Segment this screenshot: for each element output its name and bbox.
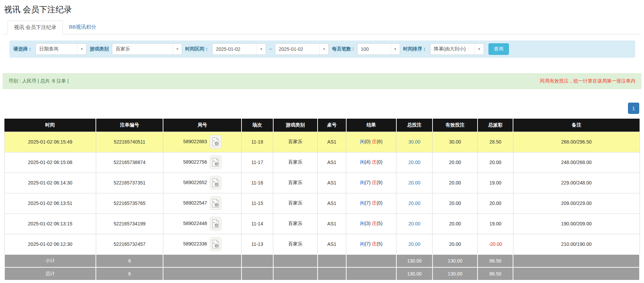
cell-table-no: AS1 [318, 234, 346, 254]
cell-payout: 19.00 [478, 173, 513, 193]
footer-cell-0: 小计 [4, 254, 96, 267]
total-bet-link[interactable]: 20.00 [408, 160, 420, 165]
cell-time: 2025-01-02 06:15:49 [4, 132, 96, 152]
page-1-button[interactable]: 1 [628, 103, 639, 114]
game-type-select[interactable]: 百家乐 ▼ [112, 43, 182, 55]
video-replay-button[interactable] [210, 176, 221, 190]
column-header-0: 时间 [4, 119, 96, 132]
player-result-label: 闲 [360, 139, 365, 144]
cell-valid-bet: 30.00 [433, 132, 478, 152]
valid-bet-notice: 同局有效投注，统一计算在该局第一张注单内 [540, 78, 635, 84]
player-result-label: 闲 [360, 180, 365, 185]
date-from-select[interactable]: 2025-01-02 ▼ [212, 43, 266, 55]
cell-total-bet: 20.00 [396, 234, 433, 254]
cell-time: 2025-01-02 06:13:15 [4, 213, 96, 234]
cell-round-id: 589022336 [163, 234, 241, 254]
query-type-select[interactable]: 日期查询 ▼ [35, 43, 87, 55]
video-file-icon [212, 158, 219, 167]
round-id: 589022336 [183, 241, 207, 246]
cell-remark: 248.00/268.00 [513, 152, 640, 173]
cell-bet-id: 522165738874 [96, 152, 163, 173]
cell-table-no: AS1 [318, 132, 346, 152]
date-to-select[interactable]: 2025-01-02 ▼ [275, 43, 329, 55]
cell-remark: 268.00/296.50 [513, 132, 640, 152]
time-range-label: 时间区间： [185, 46, 209, 52]
cell-session: 11-15 [241, 193, 273, 213]
footer-cell-10 [513, 254, 640, 267]
video-file-icon [212, 219, 219, 228]
page-size-select[interactable]: 100 ▼ [357, 43, 400, 55]
footer-cell-9: 86.50 [478, 267, 513, 280]
cell-round-id: 589022448 [163, 213, 241, 234]
total-bet-link[interactable]: 20.00 [408, 241, 420, 247]
cell-bet-id: 522165734199 [96, 213, 163, 234]
footer-cell-6 [346, 254, 396, 267]
cell-payout: -20.00 [478, 234, 513, 254]
footer-cell-9: 86.50 [478, 254, 513, 267]
chevron-down-icon: ▼ [173, 44, 182, 55]
cell-result: 闲(7) 庄(5) [346, 234, 396, 254]
page-title: 视讯 会员下注纪录 [4, 4, 641, 15]
round-id: 589022652 [183, 180, 207, 185]
footer-cell-7: 130.00 [396, 254, 433, 267]
cell-bet-id: 522165732457 [96, 234, 163, 254]
video-replay-button[interactable] [210, 237, 221, 251]
tab-video-bet-records[interactable]: 视讯 会员下注纪录 [8, 20, 63, 34]
cell-total-bet: 30.00 [396, 132, 433, 152]
summary-bar: 币别 : 人民币 | 总共 :6 注单 | 同局有效投注，统一计算在该局第一张注… [3, 73, 641, 89]
footer-cell-0: 总计 [4, 267, 96, 280]
column-header-10: 备注 [513, 119, 640, 132]
search-button[interactable]: 查询 [488, 43, 509, 55]
cell-result: 闲(7) 庄(9) [346, 173, 396, 193]
footer-cell-1: 6 [96, 254, 163, 267]
cell-payout: 19.00 [478, 213, 513, 234]
footer-cell-4 [273, 267, 318, 280]
video-replay-button[interactable] [210, 217, 221, 230]
banker-result-label: 庄 [372, 139, 377, 144]
chevron-down-icon: ▼ [474, 44, 484, 55]
footer-cell-2 [163, 267, 241, 280]
cell-time: 2025-01-02 06:14:30 [4, 173, 96, 193]
footer-cell-7: 130.00 [396, 267, 433, 280]
column-header-2: 局号 [163, 119, 241, 132]
video-replay-button[interactable] [210, 135, 221, 149]
cell-game-type: 百家乐 [273, 213, 318, 234]
video-replay-button[interactable] [210, 155, 221, 169]
video-file-icon [212, 199, 219, 208]
video-file-icon [212, 240, 219, 249]
footer-cell-10 [513, 267, 640, 280]
time-sort-select[interactable]: 降幂(由大到小) ▼ [430, 43, 484, 55]
cell-table-no: AS1 [318, 173, 346, 193]
column-header-5: 桌号 [318, 119, 346, 132]
player-result-label: 闲 [360, 200, 365, 206]
total-bet-link[interactable]: 30.00 [408, 139, 420, 145]
tab-bb-video-points[interactable]: BB视讯积分 [63, 20, 102, 34]
chevron-down-icon: ▼ [391, 44, 400, 55]
cell-valid-bet: 20.00 [433, 173, 478, 193]
footer-cell-5 [318, 254, 346, 267]
time-sort-value: 降幂(由大到小) [434, 46, 466, 52]
cell-round-id: 589022756 [163, 152, 241, 173]
total-bet-link[interactable]: 20.00 [408, 221, 420, 226]
cell-session: 11-14 [241, 213, 273, 234]
footer-cell-1: 6 [96, 267, 163, 280]
cell-game-type: 百家乐 [273, 173, 318, 193]
footer-cell-8: 130.00 [433, 254, 478, 267]
date-range-separator: ~ [269, 46, 272, 52]
video-file-icon [212, 178, 219, 187]
total-bet-link[interactable]: 20.00 [408, 180, 420, 185]
banker-result-label: 庄 [372, 159, 377, 165]
date-to-value: 2025-01-02 [279, 46, 303, 52]
table-row: 2025-01-02 06:15:49522165740511589022883… [4, 132, 640, 152]
column-header-8: 有效投注 [433, 119, 478, 132]
query-type-value: 日期查询 [39, 46, 58, 52]
total-bet-link[interactable]: 20.00 [408, 200, 420, 206]
footer-cell-8: 130.00 [433, 267, 478, 280]
bet-records-table: 时间注单编号局号场次游戏类别桌号结果总投注有效投注总派彩备注 2025-01-0… [4, 119, 640, 281]
video-replay-button[interactable] [210, 196, 221, 210]
cell-payout: 20.00 [478, 152, 513, 173]
cell-session: 11-18 [241, 132, 273, 152]
cell-valid-bet: 20.00 [433, 213, 478, 234]
column-header-3: 场次 [241, 119, 273, 132]
cell-result: 闲(4) 庄(0) [346, 152, 396, 173]
